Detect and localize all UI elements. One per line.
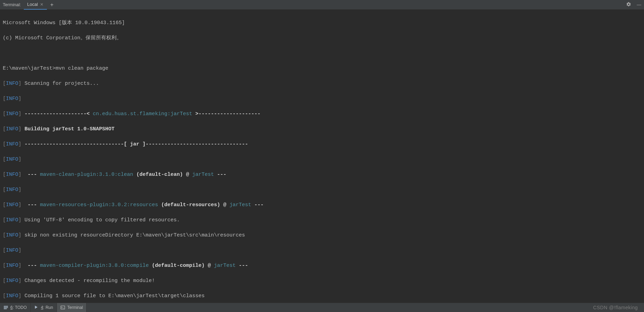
svg-marker-3 bbox=[35, 306, 38, 309]
todo-icon bbox=[3, 305, 8, 310]
play-icon bbox=[34, 305, 39, 310]
terminal-line: Microsoft Windows [版本 10.0.19043.1165] bbox=[3, 19, 641, 27]
terminal-line: (c) Microsoft Corporation。保留所有权利。 bbox=[3, 34, 641, 42]
svg-rect-0 bbox=[4, 306, 8, 307]
todo-label: 6: TODO bbox=[10, 305, 27, 310]
tool-window-terminal[interactable]: Terminal bbox=[57, 303, 87, 312]
svg-rect-1 bbox=[4, 307, 8, 308]
svg-rect-2 bbox=[4, 309, 7, 309]
add-tab-button[interactable]: + bbox=[47, 2, 57, 8]
watermark-text: CSDN @!flameking bbox=[593, 305, 644, 310]
run-label: 4: Run bbox=[41, 305, 53, 310]
terminal-tab-local[interactable]: Local ✕ bbox=[24, 0, 47, 10]
terminal-prompt: E:\maven\jarTest>mvn clean package bbox=[3, 65, 641, 72]
tool-window-bar: 6: TODO 4: Run Terminal CSDN @!flameking bbox=[0, 303, 644, 312]
minimize-icon[interactable]: — bbox=[634, 2, 644, 7]
terminal-output[interactable]: Microsoft Windows [版本 10.0.19043.1165] (… bbox=[0, 10, 644, 303]
terminal-tab-bar: Terminal: Local ✕ + — bbox=[0, 0, 644, 10]
terminal-icon bbox=[60, 305, 65, 310]
svg-rect-4 bbox=[61, 306, 65, 309]
tool-window-run[interactable]: 4: Run bbox=[31, 303, 57, 312]
close-tab-icon[interactable]: ✕ bbox=[40, 2, 43, 7]
tool-window-todo[interactable]: 6: TODO bbox=[0, 303, 31, 312]
terminal-label: Terminal: bbox=[3, 2, 24, 7]
tab-label: Local bbox=[27, 2, 38, 7]
terminal-bottom-label: Terminal bbox=[67, 305, 83, 310]
settings-icon[interactable] bbox=[623, 2, 634, 8]
